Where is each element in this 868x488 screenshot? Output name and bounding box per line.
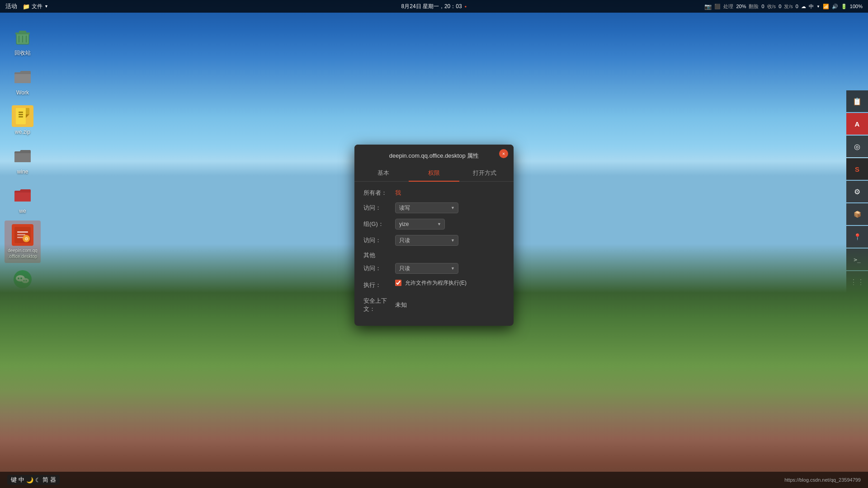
execute-checkbox[interactable] <box>395 280 401 286</box>
dialog-close-button[interactable]: × <box>499 149 508 158</box>
execute-label: 执行： <box>363 281 395 289</box>
access-select-wrapper-1: 只读 读写 无 <box>395 202 458 213</box>
group-label: 组(G)： <box>363 220 395 228</box>
execute-checkbox-label[interactable]: 允许文件作为程序执行(E) <box>405 279 467 287</box>
execute-row: 执行： 允许文件作为程序执行(E) <box>363 279 505 291</box>
tab-permissions[interactable]: 权限 <box>409 165 459 182</box>
access-label-2: 访问： <box>363 236 395 244</box>
owner-access-row: 访问： 只读 读写 无 <box>363 202 505 213</box>
group-select-wrapper: yize <box>395 219 445 230</box>
properties-dialog: deepin.com.qq.office.desktop 属性 × 基本 权限 … <box>354 145 514 326</box>
dialog-title: deepin.com.qq.office.desktop 属性 <box>362 150 506 162</box>
execute-checkbox-row: 允许文件作为程序执行(E) <box>395 279 467 287</box>
tab-open-with[interactable]: 打开方式 <box>459 165 510 182</box>
dialog-titlebar: deepin.com.qq.office.desktop 属性 × <box>354 145 514 162</box>
other-access-row: 访问： 只读 读写 无 <box>363 263 505 274</box>
group-access-select[interactable]: 只读 读写 无 <box>395 235 458 246</box>
owner-label: 所有者： <box>363 189 395 197</box>
owner-value: 我 <box>395 189 401 197</box>
other-access-select[interactable]: 只读 读写 无 <box>395 263 458 274</box>
dialog-tabs: 基本 权限 打开方式 <box>354 165 514 182</box>
access-select-wrapper-3: 只读 读写 无 <box>395 263 458 274</box>
tab-basic[interactable]: 基本 <box>358 165 409 182</box>
desktop: 活动 📁 文件 ▼ 8月24日 星期一，20：03 ● 📷 ⬛ 处理 20% 翻… <box>0 0 868 488</box>
group-access-row: 访问： 只读 读写 无 <box>363 235 505 246</box>
group-row: 组(G)： yize <box>363 219 505 230</box>
security-label: 安全上下文： <box>363 297 395 313</box>
dialog-body-permissions: 所有者： 我 访问： 只读 读写 无 组(G)： <box>354 182 514 326</box>
other-section-header: 其他 <box>363 251 505 259</box>
dialog-overlay: deepin.com.qq.office.desktop 属性 × 基本 权限 … <box>0 0 868 488</box>
access-select-wrapper-2: 只读 读写 无 <box>395 235 458 246</box>
access-label-3: 访问： <box>363 264 395 272</box>
security-value: 未知 <box>395 301 407 309</box>
owner-row: 所有者： 我 <box>363 189 505 197</box>
owner-access-select[interactable]: 只读 读写 无 <box>395 202 458 213</box>
access-label-1: 访问： <box>363 204 395 212</box>
group-select[interactable]: yize <box>395 219 445 230</box>
security-row: 安全上下文： 未知 <box>363 297 505 313</box>
